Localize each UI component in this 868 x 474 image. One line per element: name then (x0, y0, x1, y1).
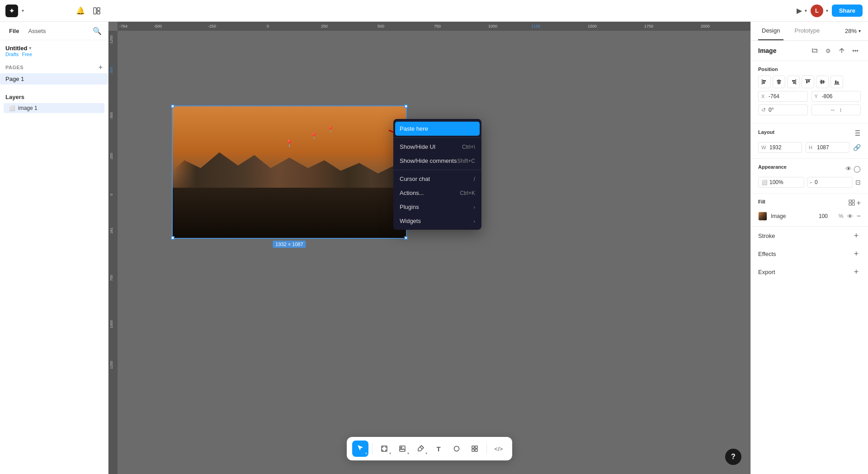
export-section: Export + (751, 263, 868, 281)
main-area: File Assets 🔍 Untitled ▾ Drafts Free Pag… (0, 22, 868, 474)
layout-header: Layout (758, 129, 861, 138)
svg-rect-29 (793, 82, 795, 84)
align-middle-v[interactable] (816, 76, 829, 88)
layers-section: Layers ⬜ image 1 (0, 90, 108, 114)
add-export-button[interactable]: + (852, 267, 861, 276)
ctx-show-hide-ui[interactable]: Show/Hide UI Ctrl+\ (393, 140, 481, 154)
rp-resize-icon[interactable] (836, 45, 847, 56)
layer-item-image1[interactable]: ⬜ image 1 (4, 103, 104, 113)
project-title-caret[interactable]: ▾ (29, 45, 32, 51)
resize-handle-br[interactable] (404, 236, 408, 240)
align-right[interactable] (787, 76, 800, 88)
tool-text[interactable]: T (430, 441, 447, 457)
flip-field[interactable]: ↔ ↕ (811, 104, 861, 115)
tool-components[interactable] (467, 441, 483, 457)
play-caret[interactable]: ▾ (805, 8, 807, 13)
tab-assets[interactable]: Assets (24, 26, 49, 36)
share-button[interactable]: Share (832, 5, 863, 17)
ctx-show-hide-comments[interactable]: Show/Hide comments Shift+C (393, 154, 481, 168)
play-button[interactable]: ▶ (795, 5, 804, 17)
user-caret[interactable]: ▾ (826, 8, 828, 13)
pen-caret[interactable]: ▾ (425, 451, 427, 455)
rp-tab-bar: Design Prototype 28% ▾ (751, 22, 868, 41)
text-icon: T (436, 445, 440, 453)
link-dimensions-icon[interactable]: 🔗 (853, 144, 861, 151)
ctx-actions[interactable]: Actions... Ctrl+K (393, 186, 481, 200)
image-size-label: 1932 × 1087 (273, 241, 306, 248)
add-stroke-button[interactable]: + (852, 231, 861, 240)
flip-v-icon[interactable]: ↕ (839, 107, 842, 113)
drafts-link[interactable]: Drafts (5, 52, 19, 57)
user-avatar[interactable]: L (811, 5, 823, 17)
tab-design[interactable]: Design (758, 22, 783, 40)
add-fill-icon[interactable]: + (857, 199, 861, 208)
angle-field[interactable]: ↺ 0° (758, 104, 808, 115)
fill-visibility-icon[interactable]: 👁 (847, 213, 853, 220)
tool-code[interactable]: </> (491, 441, 507, 457)
ctx-plugins[interactable]: Plugins › (393, 200, 481, 214)
layout-expand-icon[interactable] (854, 130, 861, 138)
fill-opacity-value[interactable]: 100 (819, 213, 835, 219)
select-caret[interactable]: ▾ (365, 451, 367, 455)
zoom-control[interactable]: 28% ▾ (845, 22, 861, 40)
left-panel: File Assets 🔍 Untitled ▾ Drafts Free Pag… (0, 22, 108, 474)
align-left[interactable] (758, 76, 771, 88)
help-button[interactable]: ? (725, 449, 741, 465)
fill-styles-icon[interactable] (849, 199, 855, 208)
resize-handle-tr[interactable] (404, 104, 408, 108)
app-menu-caret[interactable]: ▾ (22, 8, 24, 13)
page-item-1[interactable]: Page 1 (0, 73, 108, 85)
rp-image-title: Image (758, 47, 809, 54)
remove-fill-icon[interactable]: − (857, 213, 861, 220)
app-logo[interactable]: ✦ (5, 5, 18, 17)
ctx-paste-here[interactable]: Paste here (395, 122, 480, 136)
y-field[interactable]: Y -806 (811, 91, 861, 102)
effects-section: Effects + (751, 245, 868, 263)
clip-icon[interactable]: ◯ (854, 165, 861, 172)
layout-icon[interactable] (90, 5, 103, 17)
ctx-widgets[interactable]: Widgets › (393, 214, 481, 228)
svg-rect-38 (837, 81, 839, 84)
tool-image[interactable]: ▾ (394, 441, 410, 457)
rp-more-icon[interactable]: ••• (850, 45, 861, 56)
canvas-inner[interactable]: 📍 📍 📍 1932 × 1087 (118, 31, 750, 474)
export-title: Export (758, 269, 775, 275)
frame-caret[interactable]: ▾ (389, 451, 391, 455)
tab-prototype[interactable]: Prototype (791, 22, 823, 40)
ctx-cursor-chat[interactable]: Cursor chat / (393, 172, 481, 186)
opacity-field[interactable]: ⬜ 100% (758, 177, 804, 188)
image-frame[interactable]: 📍 📍 📍 1932 × 1087 (172, 105, 407, 239)
rp-crop-icon[interactable] (809, 45, 820, 56)
svg-point-16 (454, 446, 459, 451)
tab-file[interactable]: File (5, 26, 23, 36)
canvas-area[interactable]: -764 -500 -250 0 250 500 750 1000 1168 1… (108, 22, 750, 474)
corner-field[interactable]: ⌐ 0 (807, 177, 853, 188)
fill-color-preview[interactable] (758, 212, 767, 221)
flip-h-icon[interactable]: ↔ (830, 107, 835, 113)
add-effect-button[interactable]: + (852, 249, 861, 258)
tool-select[interactable]: ▾ (352, 441, 368, 457)
tool-shape[interactable] (448, 441, 465, 457)
layers-header: Layers (0, 90, 108, 102)
project-title[interactable]: Untitled (5, 45, 27, 52)
search-icon[interactable]: 🔍 (92, 25, 103, 36)
add-page-button[interactable]: + (99, 63, 103, 71)
width-field[interactable]: W 1932 (758, 142, 802, 153)
resize-mode-icon[interactable]: ⊡ (855, 179, 861, 186)
visibility-icon[interactable]: 👁 (845, 165, 852, 172)
align-center-h[interactable] (773, 76, 785, 88)
svg-rect-25 (777, 80, 781, 82)
rp-settings-icon[interactable]: ⚙ (823, 45, 834, 56)
svg-rect-2 (97, 11, 100, 14)
tool-frame[interactable]: ▾ (376, 441, 392, 457)
svg-rect-23 (763, 82, 765, 84)
resize-handle-bl[interactable] (171, 236, 175, 240)
align-top[interactable] (802, 76, 814, 88)
x-field[interactable]: X -764 (758, 91, 808, 102)
align-bottom[interactable] (830, 76, 843, 88)
image-caret[interactable]: ▾ (407, 451, 409, 455)
notification-icon[interactable]: 🔔 (74, 5, 87, 17)
height-field[interactable]: H 1087 (806, 142, 849, 153)
resize-handle-tl[interactable] (171, 104, 175, 108)
tool-pen[interactable]: ▾ (412, 441, 429, 457)
